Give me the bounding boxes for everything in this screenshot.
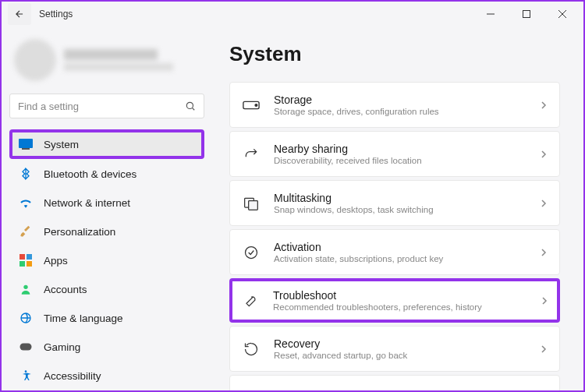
sidebar-item-system[interactable]: System: [9, 129, 204, 159]
card-text: Nearby sharing Discoverability, received…: [274, 143, 526, 165]
svg-rect-11: [27, 261, 32, 267]
sidebar-item-label: Accounts: [44, 284, 87, 295]
svg-rect-7: [22, 148, 30, 150]
sidebar-item-label: Network & internet: [44, 197, 130, 209]
card-text: Activation Activation state, subscriptio…: [274, 241, 526, 263]
card-storage[interactable]: Storage Storage space, drives, configura…: [229, 82, 560, 128]
card-recovery[interactable]: Recovery Reset, advanced startup, go bac…: [229, 326, 560, 372]
svg-point-4: [186, 102, 193, 108]
card-subtitle: Snap windows, desktops, task switching: [274, 205, 526, 214]
share-icon: [243, 146, 260, 163]
page-title: System: [229, 42, 560, 66]
sidebar-item-personalization[interactable]: Personalization: [9, 217, 204, 245]
svg-line-5: [192, 108, 194, 110]
sidebar-item-accessibility[interactable]: Accessibility: [9, 362, 204, 390]
sidebar: System Bluetooth & devices Network & int…: [2, 26, 212, 390]
svg-point-17: [255, 104, 257, 106]
wifi-icon: [19, 196, 33, 210]
card-multitasking[interactable]: Multitasking Snap windows, desktops, tas…: [229, 180, 560, 226]
card-title: Multitasking: [274, 192, 526, 204]
sidebar-item-label: Accessibility: [44, 370, 101, 382]
card-title: Storage: [274, 94, 526, 106]
avatar: [14, 39, 56, 81]
sidebar-item-gaming[interactable]: Gaming: [9, 333, 204, 361]
globe-clock-icon: [19, 311, 33, 325]
minimize-button[interactable]: [473, 2, 509, 26]
person-icon: [19, 282, 33, 296]
search-box[interactable]: [9, 94, 204, 118]
card-subtitle: Storage space, drives, configuration rul…: [274, 107, 526, 116]
window-title: Settings: [39, 9, 73, 19]
user-text: [64, 49, 173, 71]
card-text: Troubleshoot Recommended troubleshooters…: [273, 289, 527, 312]
titlebar: Settings: [2, 2, 583, 26]
user-profile[interactable]: [9, 33, 204, 94]
card-text: Storage Storage space, drives, configura…: [274, 94, 526, 116]
sidebar-item-label: Gaming: [44, 341, 80, 353]
card-troubleshoot[interactable]: Troubleshoot Recommended troubleshooters…: [229, 278, 560, 323]
sidebar-item-apps[interactable]: Apps: [9, 246, 204, 274]
card-title: Activation: [274, 241, 526, 253]
svg-rect-19: [249, 200, 258, 210]
svg-point-12: [23, 285, 27, 289]
sidebar-item-label: Personalization: [44, 226, 115, 238]
svg-point-15: [25, 370, 27, 373]
recovery-icon: [243, 341, 260, 358]
back-button[interactable]: [8, 3, 31, 25]
card-text: Recovery Reset, advanced startup, go bac…: [274, 337, 526, 360]
svg-point-20: [246, 246, 257, 258]
wrench-icon: [242, 292, 259, 309]
accessibility-icon: [19, 369, 33, 383]
main-content: System Storage Storage space, drives, co…: [212, 26, 583, 390]
check-circle-icon: [243, 244, 260, 261]
chevron-right-icon: [541, 101, 547, 110]
bluetooth-icon: [19, 167, 33, 181]
chevron-right-icon: [541, 248, 547, 257]
multitask-icon: [243, 195, 260, 212]
chevron-right-icon: [541, 150, 547, 159]
close-button[interactable]: [544, 2, 580, 26]
sidebar-item-label: Apps: [44, 255, 68, 267]
card-title: Nearby sharing: [274, 143, 526, 155]
brush-icon: [19, 224, 33, 238]
sidebar-item-accounts[interactable]: Accounts: [9, 275, 204, 303]
sidebar-item-time[interactable]: Time & language: [9, 304, 204, 332]
card-subtitle: Reset, advanced startup, go back: [274, 351, 526, 360]
sidebar-item-label: System: [44, 139, 79, 150]
svg-rect-10: [20, 261, 25, 267]
maximize-button[interactable]: [509, 2, 544, 26]
card-text: Projecting to this PC: [274, 390, 526, 391]
search-icon: [185, 101, 196, 111]
svg-rect-8: [20, 254, 25, 260]
card-projecting[interactable]: Projecting to this PC: [229, 375, 560, 390]
sidebar-item-bluetooth[interactable]: Bluetooth & devices: [9, 160, 204, 188]
chevron-right-icon: [541, 296, 548, 305]
card-nearby-sharing[interactable]: Nearby sharing Discoverability, received…: [229, 131, 560, 177]
sidebar-item-network[interactable]: Network & internet: [9, 189, 204, 217]
card-title: Projecting to this PC: [274, 390, 526, 391]
storage-icon: [243, 97, 260, 114]
card-text: Multitasking Snap windows, desktops, tas…: [274, 192, 526, 214]
card-activation[interactable]: Activation Activation state, subscriptio…: [229, 229, 560, 275]
sidebar-item-label: Bluetooth & devices: [44, 168, 136, 180]
card-title: Recovery: [274, 337, 526, 350]
apps-icon: [19, 253, 33, 267]
window-controls: [473, 2, 580, 26]
chevron-right-icon: [541, 199, 547, 208]
project-icon: [243, 388, 260, 390]
svg-rect-14: [20, 344, 32, 351]
card-subtitle: Activation state, subscriptions, product…: [274, 254, 526, 263]
chevron-right-icon: [541, 344, 547, 354]
card-title: Troubleshoot: [273, 289, 527, 302]
search-input[interactable]: [18, 101, 185, 112]
svg-rect-6: [19, 139, 33, 148]
card-subtitle: Discoverability, received files location: [274, 156, 526, 165]
svg-rect-9: [27, 254, 32, 260]
gamepad-icon: [19, 340, 33, 354]
svg-rect-1: [523, 11, 530, 18]
system-icon: [19, 137, 33, 151]
card-subtitle: Recommended troubleshooters, preferences…: [273, 302, 527, 312]
sidebar-item-label: Time & language: [44, 313, 123, 324]
